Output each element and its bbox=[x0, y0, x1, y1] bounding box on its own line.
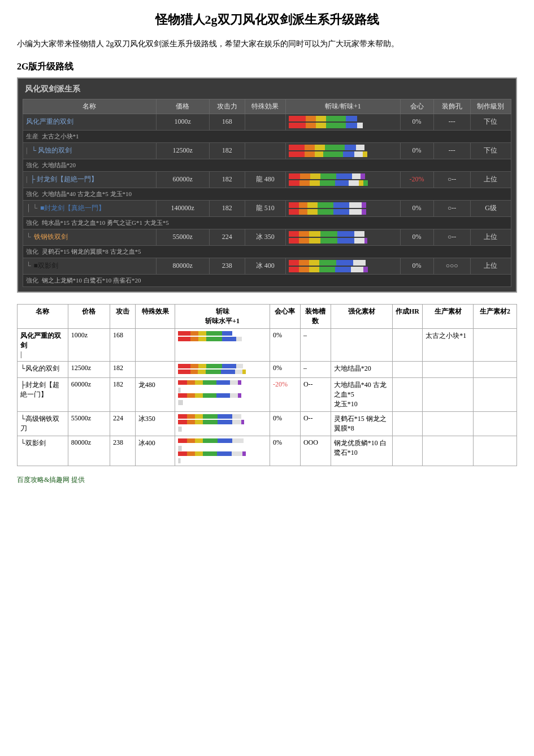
bt-name: └双影剑 bbox=[18, 436, 68, 466]
sh-green bbox=[318, 209, 333, 215]
craft-info: 強化 灵鹤石*15 钢龙的翼膜*8 古龙之血*5 bbox=[23, 245, 511, 258]
sh-red bbox=[178, 393, 187, 398]
sh-blue bbox=[343, 151, 354, 157]
sh-green bbox=[203, 414, 218, 419]
col-header-effect: 特殊効果 bbox=[245, 99, 285, 114]
sh-red bbox=[289, 173, 300, 179]
bt-mat1 bbox=[423, 361, 474, 377]
bt-sharpness-extra: || bbox=[178, 386, 267, 393]
weapon-sharpness bbox=[285, 114, 400, 130]
sh-yellow2 bbox=[359, 180, 363, 186]
craft-label: 強化 bbox=[26, 277, 38, 284]
bt-mat2 bbox=[474, 361, 517, 377]
sh-blue bbox=[337, 231, 354, 237]
sh-orange bbox=[299, 209, 307, 215]
sh-blue bbox=[222, 331, 232, 336]
sh-red bbox=[289, 209, 299, 215]
sh-yellow bbox=[309, 231, 320, 237]
sh-orange bbox=[187, 451, 195, 456]
sh-white bbox=[349, 209, 362, 215]
sh-blue bbox=[337, 238, 354, 244]
bt-sharp-bar-2 bbox=[178, 370, 246, 374]
weapon-link[interactable]: ■封龙剑【真絶一門】 bbox=[40, 204, 105, 212]
top-table-wrapper: 风化双剑派生系 名称 価格 攻击力 特殊効果 斬味/斬味+1 会心 装飾孔 制作… bbox=[17, 77, 517, 293]
weapon-attack: 182 bbox=[209, 142, 245, 159]
craft-info: 強化 钢之上龙鳞*10 白鹭石*10 燕雀石*20 bbox=[23, 274, 511, 286]
sh-green bbox=[318, 202, 333, 208]
weapon-slots: ○○○ bbox=[433, 258, 470, 274]
weapon-name: 风化严重的双剑 bbox=[23, 114, 157, 130]
bottom-table-row: 风化严重的双剑 | 1000z 168 bbox=[18, 328, 517, 361]
table-row: └ 铁钢铁双剑 55000z 224 冰 350 bbox=[23, 229, 511, 245]
sharpness-bar-2 bbox=[289, 209, 368, 215]
bh-effect: 特殊效果 bbox=[135, 304, 175, 328]
sh-red bbox=[289, 116, 306, 121]
sh-orange bbox=[299, 238, 309, 244]
table-row: | ├ 封龙剑【超絶一門】 60000z 182 龍 480 bbox=[23, 171, 511, 188]
bt-mat2 bbox=[474, 411, 517, 436]
sh-white bbox=[356, 145, 364, 150]
sh-orange bbox=[190, 337, 198, 341]
sh-green bbox=[203, 393, 216, 398]
bt-sharp-bar-2 bbox=[178, 451, 246, 456]
weapon-link[interactable]: ├ 封龙剑【超絶一門】 bbox=[30, 175, 98, 183]
sharpness-bar-1 bbox=[289, 231, 368, 237]
weapon-sharpness bbox=[285, 258, 400, 274]
bt-name: └风化的双剑 bbox=[18, 361, 68, 377]
sh-red bbox=[289, 180, 300, 186]
sh-green bbox=[326, 116, 346, 121]
bt-affinity: -20% bbox=[270, 377, 301, 411]
bt-price: 80000z bbox=[68, 436, 110, 466]
bt-effect: 龙480 bbox=[135, 377, 175, 411]
table-row: └ ■双影剑 80000z 238 冰 400 bbox=[23, 258, 511, 274]
bt-sharpness: ||| || bbox=[175, 436, 270, 466]
sh-white bbox=[236, 337, 242, 341]
sh-green bbox=[320, 238, 337, 244]
sharpness-bar-2 bbox=[289, 238, 368, 244]
sh-white bbox=[357, 123, 363, 128]
sh-yellow bbox=[198, 337, 206, 341]
bt-craft bbox=[331, 328, 392, 361]
bt-sharpness-note: |||| bbox=[178, 399, 267, 405]
col-header-name: 名称 bbox=[23, 99, 157, 114]
bt-craft: 钢龙优质鳞*10 白鹭石*10 bbox=[331, 436, 392, 466]
bt-sharp-bar-1 bbox=[178, 414, 246, 419]
sh-green bbox=[320, 173, 336, 179]
bt-mat1: 太古之小块*1 bbox=[423, 328, 474, 361]
sh-red bbox=[178, 331, 190, 336]
weapon-sharpness bbox=[285, 200, 400, 216]
bt-price: 12500z bbox=[68, 361, 110, 377]
bh-sharpness: 斩味斩味水平+1 bbox=[175, 304, 270, 328]
sh-blue bbox=[336, 260, 353, 266]
bottom-table-row: └高级钢铁双刀 55000z 224 冰350 bbox=[18, 411, 517, 436]
weapon-link[interactable]: └ 风蚀的双剑 bbox=[31, 146, 72, 154]
bt-effect: 冰400 bbox=[135, 436, 175, 466]
sh-white bbox=[354, 238, 364, 244]
sh-yellow bbox=[316, 123, 326, 128]
weapon-effect: 龍 510 bbox=[245, 200, 285, 216]
sh-orange bbox=[299, 260, 309, 266]
weapon-link[interactable]: 风化严重的双剑 bbox=[26, 118, 73, 125]
weapon-name: └ 铁钢铁双剑 bbox=[23, 229, 157, 245]
sh-blue bbox=[336, 173, 352, 179]
sh-white bbox=[230, 393, 238, 398]
weapon-effect: 冰 350 bbox=[245, 229, 285, 245]
weapon-sharpness bbox=[285, 171, 400, 188]
bt-name: └高级钢铁双刀 bbox=[18, 411, 68, 436]
sh-yellow bbox=[316, 116, 326, 121]
weapon-price: 55000z bbox=[156, 229, 209, 245]
bt-affinity: 0% bbox=[270, 361, 301, 377]
sh-yellow2 bbox=[363, 151, 367, 157]
sh-blue bbox=[346, 116, 357, 121]
sh-blue bbox=[335, 180, 349, 186]
sh-yellow bbox=[195, 420, 203, 424]
weapon-link[interactable]: 铁钢铁双剑 bbox=[34, 233, 68, 241]
sh-yellow bbox=[307, 202, 318, 208]
sh-orange bbox=[190, 331, 198, 336]
bt-attack: 182 bbox=[110, 361, 135, 377]
sh-yellow bbox=[309, 238, 320, 244]
bh-craft: 强化素材 bbox=[331, 304, 392, 328]
sh-white bbox=[232, 438, 244, 443]
bt-hr bbox=[392, 361, 423, 377]
sh-orange bbox=[305, 145, 315, 150]
